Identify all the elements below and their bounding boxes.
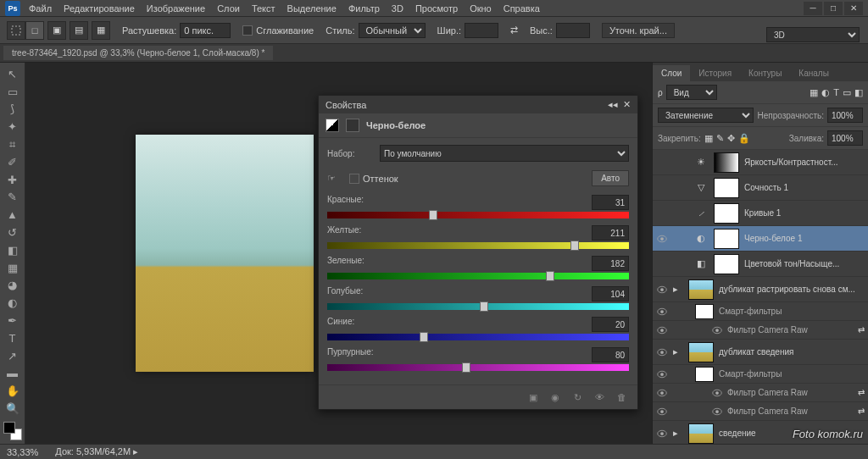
filter-mask-thumb[interactable]: [695, 304, 714, 319]
maximize-button[interactable]: □: [824, 2, 843, 15]
layer-thumb[interactable]: [688, 423, 714, 444]
filter-name[interactable]: Фильтр Camera Raw: [727, 406, 808, 416]
slider-track[interactable]: [327, 242, 629, 249]
visibility-toggle[interactable]: [656, 157, 668, 169]
mask-thumb[interactable]: [714, 229, 739, 249]
filter-options-icon[interactable]: ⇄: [858, 325, 865, 335]
filter-options-icon[interactable]: ⇄: [858, 388, 865, 397]
filter-visibility[interactable]: [712, 389, 722, 397]
pen-tool[interactable]: ✒: [3, 312, 22, 329]
shape-tool[interactable]: ▬: [3, 366, 22, 382]
slider-thumb[interactable]: [570, 241, 579, 251]
slider-value-input[interactable]: [592, 347, 629, 362]
reset-icon[interactable]: ↻: [570, 390, 585, 404]
visibility-toggle[interactable]: [656, 182, 668, 194]
slider-track[interactable]: [327, 364, 629, 371]
layer-name[interactable]: дубликат сведения: [719, 347, 865, 357]
mask-thumb[interactable]: [714, 152, 739, 173]
visibility-toggle[interactable]: [656, 258, 668, 270]
refine-edge-button[interactable]: Уточн. край...: [602, 23, 675, 38]
filter-pixel-icon[interactable]: ▦: [810, 87, 818, 98]
menu-filter[interactable]: Фильтр: [348, 3, 380, 14]
marquee-tool-preset[interactable]: [7, 21, 25, 40]
slider-thumb[interactable]: [462, 362, 470, 373]
marquee-tool[interactable]: ▭: [3, 84, 22, 100]
color-swatch[interactable]: [0, 418, 25, 444]
tab-channels[interactable]: Каналы: [790, 65, 837, 81]
visibility-toggle[interactable]: [656, 346, 668, 358]
lasso-tool[interactable]: ⟆: [3, 102, 22, 118]
slider-thumb[interactable]: [420, 332, 428, 342]
workspace-select[interactable]: 3D: [766, 27, 860, 42]
filter-visibility[interactable]: [712, 326, 722, 335]
width-input[interactable]: [465, 23, 498, 38]
mask-thumb[interactable]: [714, 178, 739, 198]
zoom-value[interactable]: 33,33%: [7, 447, 38, 457]
slider-value-input[interactable]: [592, 317, 629, 332]
visibility-toggle[interactable]: [656, 428, 668, 440]
target-adjust-icon[interactable]: ☞: [327, 173, 344, 184]
layer-thumb[interactable]: [688, 279, 714, 300]
layer-name[interactable]: Яркость/Контрастност...: [744, 158, 865, 167]
slider-value-input[interactable]: [592, 195, 629, 210]
layer-row[interactable]: Фильтр Camera Raw⇄: [653, 384, 868, 402]
stamp-tool[interactable]: ▲: [3, 207, 22, 223]
layer-row[interactable]: Фильтр Camera Raw⇄: [653, 402, 868, 421]
properties-titlebar[interactable]: Свойства ◂◂✕: [319, 96, 637, 113]
menu-select[interactable]: Выделение: [287, 3, 337, 14]
layer-row[interactable]: ◧Цветовой тон/Насыще...: [653, 252, 868, 277]
layer-name[interactable]: Черно-белое 1: [744, 234, 865, 243]
lock-pos-icon[interactable]: ✥: [727, 133, 735, 144]
feather-input[interactable]: [180, 23, 231, 38]
filter-name[interactable]: Фильтр Camera Raw: [727, 388, 808, 397]
selection-intersect-icon[interactable]: ▦: [92, 21, 110, 40]
visibility-toggle[interactable]: [656, 324, 668, 336]
visibility-toggle[interactable]: [656, 284, 668, 296]
view-prev-icon[interactable]: ◉: [548, 390, 563, 404]
layer-kind-select[interactable]: Вид: [666, 85, 717, 100]
slider-track[interactable]: [327, 334, 629, 340]
filter-adj-icon[interactable]: ◐: [821, 87, 830, 98]
style-select[interactable]: Обычный: [359, 23, 426, 38]
menu-image[interactable]: Изображение: [147, 3, 205, 14]
layer-row[interactable]: ◐Черно-белое 1: [653, 226, 868, 252]
layer-list[interactable]: ☀Яркость/Контрастност...▽Сочность 1⟋Крив…: [653, 150, 868, 444]
brush-tool[interactable]: ✎: [3, 190, 22, 206]
layer-row[interactable]: Смарт-фильтры: [653, 302, 868, 321]
filter-name[interactable]: Фильтр Camera Raw: [727, 325, 808, 335]
filter-type-icon[interactable]: T: [833, 87, 839, 97]
gradient-tool[interactable]: ▦: [3, 260, 22, 276]
menu-help[interactable]: Справка: [504, 3, 540, 14]
clip-icon[interactable]: ▣: [526, 390, 541, 404]
close-button[interactable]: ✕: [844, 2, 863, 15]
layer-row[interactable]: ▸дубликат растрировать снова см...: [653, 277, 868, 302]
menu-view[interactable]: Просмотр: [415, 3, 458, 14]
slider-track[interactable]: [327, 303, 629, 310]
selection-subtract-icon[interactable]: ▤: [70, 21, 88, 40]
type-tool[interactable]: T: [3, 330, 22, 346]
visibility-toggle[interactable]: [656, 306, 668, 318]
slider-thumb[interactable]: [429, 210, 437, 220]
wand-tool[interactable]: ✦: [3, 119, 22, 135]
blur-tool[interactable]: ◕: [3, 278, 22, 294]
visibility-toggle[interactable]: [656, 387, 668, 399]
visibility-toggle[interactable]: [656, 406, 668, 418]
slider-track[interactable]: [327, 273, 629, 279]
opacity-input[interactable]: [827, 108, 863, 123]
lock-trans-icon[interactable]: ▦: [704, 133, 713, 144]
visibility-toggle[interactable]: [656, 368, 668, 380]
selection-new-icon[interactable]: □: [25, 21, 44, 40]
close-icon[interactable]: ✕: [623, 99, 631, 110]
menu-file[interactable]: Файл: [29, 3, 52, 14]
filter-options-icon[interactable]: ⇄: [858, 406, 865, 416]
hand-tool[interactable]: ✋: [3, 383, 22, 399]
move-tool[interactable]: ↖: [3, 66, 22, 82]
slider-value-input[interactable]: [592, 256, 629, 271]
history-brush-tool[interactable]: ↺: [3, 224, 22, 241]
filter-visibility[interactable]: [712, 407, 722, 416]
layer-row[interactable]: ☀Яркость/Контрастност...: [653, 150, 868, 175]
menu-text[interactable]: Текст: [252, 3, 275, 14]
lock-paint-icon[interactable]: ✎: [716, 133, 724, 144]
tab-history[interactable]: История: [690, 65, 740, 81]
filter-smart-icon[interactable]: ◧: [854, 87, 863, 98]
